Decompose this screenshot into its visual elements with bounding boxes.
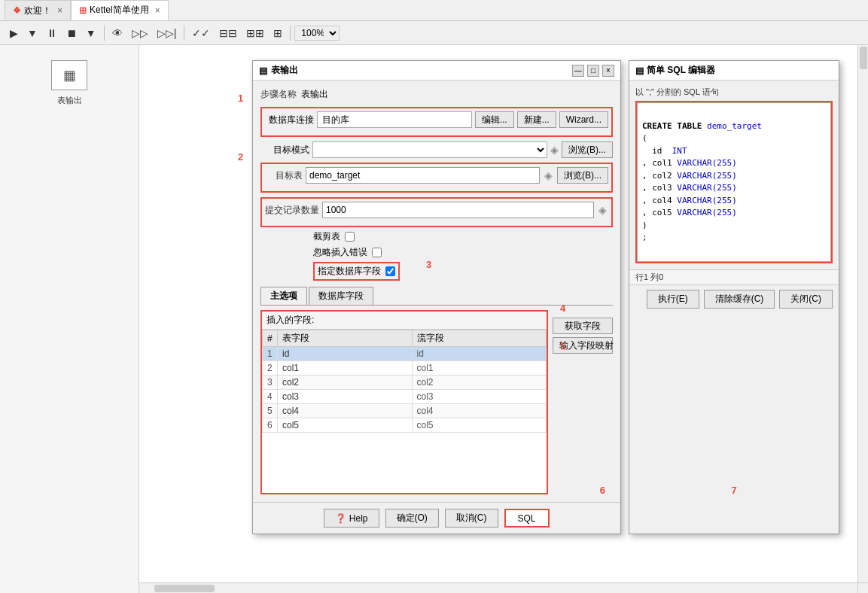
zoom-select[interactable]: 100% (294, 26, 340, 41)
tab-kettle-icon: ⊞ (79, 5, 87, 16)
new-button[interactable]: 新建... (517, 111, 556, 128)
pause-button[interactable]: ⏸ (43, 25, 61, 41)
table-row[interactable]: 1idid (263, 347, 547, 361)
table-row[interactable]: 6col5col5 (263, 418, 547, 433)
cell-num: 4 (263, 390, 278, 404)
cell-num: 5 (263, 404, 278, 418)
dropdown2-button[interactable]: ▼ (82, 25, 100, 41)
sql-editor-area[interactable]: CREATE TABLE demo_target ( id INT , col1… (637, 102, 831, 262)
tab-db-fields[interactable]: 数据库字段 (309, 287, 373, 305)
target-mode-select[interactable] (312, 141, 547, 158)
dropdown-button[interactable]: ▼ (23, 25, 41, 41)
get-fields-button[interactable]: 获取字段 (553, 318, 613, 334)
specify-section: 指定数据库字段 (313, 262, 400, 281)
col-header-stream: 流字段 (412, 330, 547, 347)
annotation-7: 7 (731, 485, 736, 496)
mode-select-area: ◈ 浏览(B)... (312, 141, 613, 158)
help-icon: ❓ (335, 513, 346, 524)
annotation-3: 3 (426, 259, 431, 270)
cell-table-field: col4 (278, 404, 413, 418)
cell-num: 2 (263, 361, 278, 376)
minimize-button[interactable]: — (572, 65, 584, 77)
cell-num: 1 (263, 347, 278, 361)
scroll-corner (857, 582, 868, 593)
step-name-row: 步骤名称 表输出 (260, 88, 613, 101)
table-row[interactable]: 3col2col2 (263, 376, 547, 390)
tab-kettle-close[interactable]: × (155, 5, 160, 16)
cancel-button[interactable]: 取消(C) (445, 509, 498, 528)
sql-button[interactable]: SQL (504, 509, 550, 528)
help-button[interactable]: ❓ Help (324, 509, 379, 528)
execute-button[interactable]: 执行(E) (647, 290, 699, 309)
grid-button[interactable]: ⊞ (270, 25, 286, 41)
tab-welcome-close[interactable]: × (57, 5, 62, 16)
step2-button[interactable]: ▷▷| (154, 25, 181, 41)
db-conn-input[interactable]: 目的库 (317, 111, 472, 128)
specify-checkbox[interactable] (385, 266, 395, 276)
tab-welcome[interactable]: ❖ 欢迎！ × (5, 0, 71, 20)
stop-button[interactable]: ⏹ (62, 25, 81, 41)
target-mode-label: 目标模式 (260, 144, 309, 157)
tab-kettle[interactable]: ⊞ Kettel简单使用 × (71, 0, 169, 20)
ignore-error-checkbox[interactable] (372, 248, 382, 257)
tab-welcome-icon: ❖ (13, 5, 21, 16)
browse1-button[interactable]: 浏览(B)... (562, 141, 613, 158)
cell-table-field: col3 (278, 390, 413, 404)
close-dialog-button[interactable]: × (602, 65, 614, 77)
dialog-title: ▤ 表输出 (259, 64, 298, 77)
truncate-checkbox[interactable] (345, 232, 355, 242)
target-table-input[interactable] (306, 167, 540, 184)
specify-label: 指定数据库字段 (318, 265, 381, 278)
horizontal-scrollbar[interactable] (139, 582, 857, 593)
empty-rows-area (262, 433, 547, 493)
db-button[interactable]: ⊟⊟ (215, 25, 241, 41)
dialog-body: 步骤名称 表输出 数据库连接 目的库 编辑... 新建... Wizard... (253, 81, 620, 502)
ok-button[interactable]: 确定(O) (385, 509, 439, 528)
check-button[interactable]: ✓✓ (188, 25, 214, 41)
cell-num: 3 (263, 376, 278, 390)
annotation-5: 5 (560, 340, 565, 351)
preview-button[interactable]: 👁 (108, 25, 126, 41)
export-button[interactable]: ⊞⊞ (242, 25, 268, 41)
sql-statusbar: 行1 列0 (629, 269, 839, 284)
edit-button[interactable]: 编辑... (475, 111, 514, 128)
commit-label: 提交记录数量 (265, 204, 319, 217)
maximize-button[interactable]: □ (587, 65, 599, 77)
cell-stream-field: id (412, 347, 547, 361)
fields-header: 插入的字段: (262, 312, 547, 330)
table-row[interactable]: 4col3col3 (263, 390, 547, 404)
fields-table: # 表字段 流字段 1idid2col1col13col2col24col3co… (262, 330, 547, 433)
step1-button[interactable]: ▷▷ (128, 25, 152, 41)
table-row[interactable]: 2col1col1 (263, 361, 547, 376)
wizard-button[interactable]: Wizard... (559, 111, 608, 128)
scroll-thumb-v[interactable] (860, 47, 867, 69)
annotation-4: 4 (560, 303, 565, 314)
close-sql-button[interactable]: 关闭(C) (779, 290, 833, 309)
table-output-icon: ▦ (51, 60, 87, 90)
title-bar: ❖ 欢迎！ × ⊞ Kettel简单使用 × (0, 0, 868, 21)
vertical-scrollbar[interactable] (857, 45, 868, 593)
toolbar: ▶ ▼ ⏸ ⏹ ▼ 👁 ▷▷ ▷▷| ✓✓ ⊟⊟ ⊞⊞ ⊞ 100% (0, 21, 868, 45)
sql-footer: 执行(E) 清除缓存(C) 关闭(C) (629, 284, 839, 313)
db-conn-row: 数据库连接 目的库 编辑... 新建... Wizard... (265, 111, 608, 128)
target-mode-row: 目标模式 ◈ 浏览(B)... (260, 141, 613, 158)
dialog-container: 1 2 ▤ 表输出 — □ × (252, 60, 839, 534)
target-table-row: 目标表 ◈ 浏览(B)... (265, 167, 608, 184)
sql-dialog-titlebar: ▤ 简单 SQL 编辑器 (629, 61, 839, 81)
table-row[interactable]: 5col4col4 (263, 404, 547, 418)
db-conn-label: 数据库连接 (265, 114, 314, 126)
commit-input[interactable] (322, 202, 594, 218)
tab-main[interactable]: 主选项 (260, 287, 307, 305)
commit-section: 提交记录数量 ◈ (260, 197, 613, 227)
scroll-thumb-h[interactable] (154, 585, 215, 592)
dialog-title-label: 表输出 (271, 64, 298, 77)
browse2-button[interactable]: 浏览(B)... (557, 167, 608, 184)
target-table-label: 目标表 (265, 169, 303, 182)
main-area: ▦ 表输出 1 2 ▤ 表输出 (0, 45, 868, 593)
clear-cache-button[interactable]: 清除缓存(C) (704, 290, 775, 309)
ignore-error-row: 忽略插入错误 (260, 246, 613, 259)
left-panel: ▦ 表输出 (0, 45, 139, 593)
canvas-area: 1 2 ▤ 表输出 — □ × (139, 45, 868, 593)
truncate-row: 截剪表 (260, 230, 613, 243)
run-button[interactable]: ▶ (6, 25, 22, 41)
